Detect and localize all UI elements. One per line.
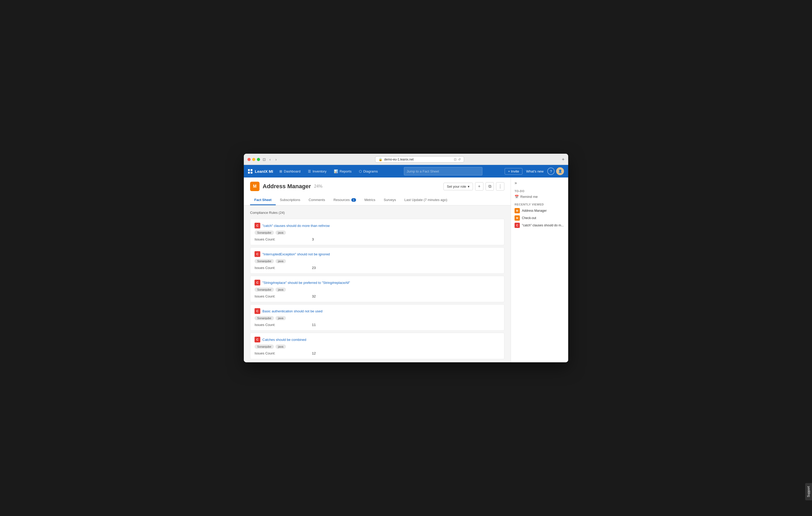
rv-label: Address Manager [522,209,547,213]
tabs: Fact Sheet Subscriptions Comments Resour… [250,195,504,205]
tag: Sonarqube [255,316,274,320]
rule-badge: C [255,223,260,229]
recently-viewed-list: M Address Manager M Check-out C "catch" … [515,208,564,228]
tab-last-update[interactable]: Last Update (7 minutes ago) [400,195,452,205]
close-window-btn[interactable] [248,158,251,161]
remind-me-btn[interactable]: 📅 Remind me [515,195,538,199]
panel-toggle-btn[interactable]: » [515,181,564,185]
traffic-lights [248,158,260,161]
whats-new-btn[interactable]: What's new [524,170,546,173]
nav-dashboard[interactable]: ⊞ Dashboard [276,165,304,178]
help-btn[interactable]: ? [547,168,555,175]
logo-icon [248,169,253,174]
main-layout: M Address Manager 24% Set your role ▾ + … [244,178,568,362]
right-panel: » TO-DO 📅 Remind me RECENTLY VIEWED M Ad… [511,178,568,362]
inventory-icon: ☰ [308,170,311,173]
more-options-btn[interactable]: ⋮ [496,182,504,190]
rv-badge: M [515,208,520,213]
tab-comments[interactable]: Comments [304,195,329,205]
tag: java [276,231,286,235]
copy-btn[interactable]: ⧉ [486,182,494,190]
rule-title[interactable]: "String#replace" should be preferred to … [262,281,350,285]
support-btn[interactable]: Support [805,483,812,500]
invite-btn[interactable]: + Invite [504,168,522,175]
browser-window: ⊡ ‹ › 🔒 demo-eu-1.leanix.net ⊡ ↺ + [244,154,568,362]
issues-row: Issues Count: 23 [255,266,500,270]
dashboard-icon: ⊞ [280,170,282,173]
nav-items: ⊞ Dashboard ☰ Inventory 📊 Reports ⬡ Diag… [276,165,381,178]
show-more-btn[interactable]: ⋁ Show 19 remaining entries [250,361,504,362]
compliance-item: C Catches should be combined Sonarqubeja… [250,333,504,359]
address-bar[interactable]: 🔒 demo-eu-1.leanix.net ⊡ ↺ [375,156,464,162]
issues-row: Issues Count: 32 [255,294,500,298]
tab-subscriptions[interactable]: Subscriptions [276,195,304,205]
tag: Sonarqube [255,231,274,235]
issues-label: Issues Count: [255,237,276,241]
issues-count: 23 [312,266,316,270]
add-btn[interactable]: + [475,182,484,190]
avatar[interactable]: 👤 [556,167,564,175]
tag: java [276,287,286,292]
maximize-window-btn[interactable] [257,158,260,161]
content-body: Compliance Rules (24) C "catch" clauses … [244,206,511,362]
nav-diagrams[interactable]: ⬡ Diagrams [355,165,382,178]
rv-badge: C [515,223,520,228]
issues-label: Issues Count: [255,323,276,327]
todo-title: TO-DO [515,189,564,193]
compliance-item: C "InterruptedException" should not be i… [250,247,504,274]
page-title: Address Manager [263,183,311,190]
tag: Sonarqube [255,259,274,263]
cast-icon: ⊡ [454,158,457,161]
rv-label: Check-out [522,216,536,220]
set-role-btn[interactable]: Set your role ▾ [443,183,473,190]
rv-label: "catch" clauses should do m... [522,223,564,227]
tab-fact-sheet[interactable]: Fact Sheet [250,195,276,205]
rule-badge: C [255,308,260,314]
tab-metrics[interactable]: Metrics [360,195,380,205]
tag: java [276,344,286,349]
reports-icon: 📊 [334,170,338,173]
tag: java [276,316,286,320]
recently-viewed-section: RECENTLY VIEWED M Address Manager M Chec… [515,203,564,228]
recently-viewed-title: RECENTLY VIEWED [515,203,564,206]
tab-resources[interactable]: Resources 1 [329,195,360,205]
rule-title[interactable]: Basic authentication should not be used [262,309,323,313]
tags: Sonarqubejava [255,259,500,263]
rv-badge: M [515,215,520,221]
app-type-badge: M [250,182,260,191]
lock-icon: 🔒 [379,158,382,161]
chevron-down-icon: ▾ [468,185,470,188]
tab-surveys[interactable]: Surveys [380,195,400,205]
back-btn[interactable]: ‹ [268,157,272,162]
todo-section: TO-DO 📅 Remind me [515,189,564,199]
nav-inventory[interactable]: ☰ Inventory [304,165,330,178]
app-logo: LeanIX MI [248,169,273,174]
nav-reports[interactable]: 📊 Reports [330,165,355,178]
page-header: M Address Manager 24% Set your role ▾ + … [244,178,511,206]
compliance-item: C Basic authentication should not be use… [250,304,504,331]
recently-viewed-item[interactable]: M Check-out [515,215,564,221]
nav-right: + Invite What's new ? 👤 [504,167,564,175]
tags: Sonarqubejava [255,287,500,292]
recently-viewed-item[interactable]: M Address Manager [515,208,564,213]
rule-badge: C [255,280,260,285]
search-wrapper[interactable] [404,167,483,175]
sidebar-toggle-btn[interactable]: ⊡ [263,157,266,161]
rule-title[interactable]: "InterruptedException" should not be ign… [262,252,330,256]
new-tab-btn[interactable]: + [562,157,564,162]
issues-count: 11 [312,323,316,327]
section-header: Compliance Rules (24) [250,211,504,215]
rule-badge: C [255,337,260,342]
page-title-left: M Address Manager 24% [250,182,323,191]
recently-viewed-item[interactable]: C "catch" clauses should do m... [515,223,564,228]
minimize-window-btn[interactable] [252,158,255,161]
reload-icon[interactable]: ↺ [458,158,461,161]
issues-label: Issues Count: [255,294,276,298]
rule-title[interactable]: "catch" clauses should do more than reth… [262,224,329,228]
calendar-icon: 📅 [515,195,519,199]
search-input[interactable] [407,170,480,173]
issues-count: 12 [312,351,316,355]
forward-btn[interactable]: › [274,157,278,162]
issues-count: 3 [312,237,314,241]
rule-title[interactable]: Catches should be combined [262,338,306,342]
